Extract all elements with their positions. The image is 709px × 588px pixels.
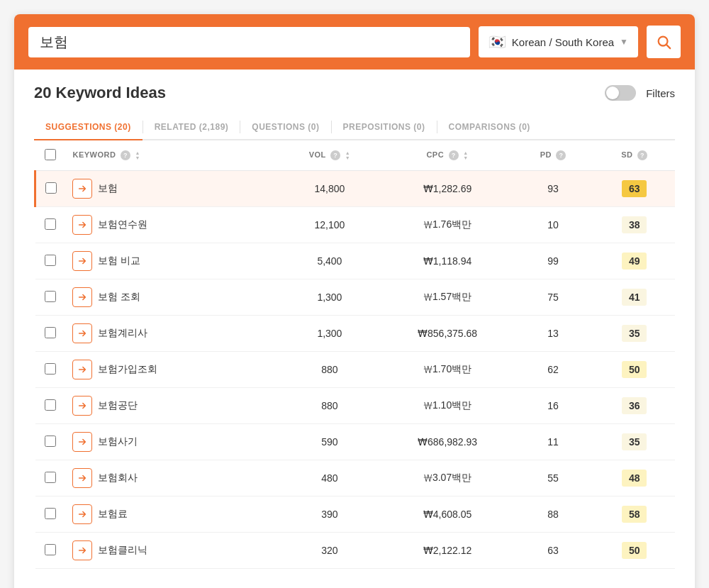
keyword-link-btn-4[interactable] — [72, 323, 92, 343]
row-checkbox-9[interactable] — [45, 508, 56, 519]
vol-sort-icon[interactable]: ▲▼ — [345, 150, 350, 160]
sd-badge-7: 35 — [622, 433, 647, 450]
cpc-cell-6: ₩1.10백만 — [382, 388, 512, 424]
keyword-help-icon: ? — [121, 150, 130, 160]
sd-badge-8: 48 — [622, 470, 647, 487]
row-checkbox-8[interactable] — [45, 472, 56, 483]
row-checkbox-4[interactable] — [45, 327, 56, 338]
sd-badge-5: 50 — [622, 361, 647, 378]
keyword-text-9: 보험료 — [98, 508, 128, 521]
pd-cell-9: 88 — [513, 497, 594, 533]
keyword-text-3: 보험 조회 — [98, 291, 140, 304]
vol-cell-5: 880 — [277, 352, 382, 388]
row-checkbox-cell — [35, 352, 66, 388]
row-checkbox-7[interactable] — [45, 436, 56, 447]
keyword-text-4: 보험계리사 — [98, 327, 147, 340]
keyword-link-btn-1[interactable] — [72, 215, 92, 235]
keyword-text-8: 보험회사 — [98, 472, 138, 484]
keyword-cell-1: 보험연수원 — [65, 207, 277, 243]
header-row: 20 Keyword Ideas Filters — [34, 84, 675, 102]
pd-cell-2: 99 — [513, 243, 594, 279]
search-input[interactable] — [40, 34, 459, 50]
keyword-link-btn-0[interactable] — [72, 179, 92, 199]
search-icon — [656, 34, 671, 50]
tab-related[interactable]: RELATED (2,189) — [143, 115, 240, 140]
sd-badge-1: 38 — [622, 216, 647, 233]
row-checkbox-3[interactable] — [45, 291, 56, 302]
pd-cell-10: 63 — [513, 533, 594, 569]
pd-cell-1: 10 — [513, 207, 594, 243]
table-row: 보험 조회 1,300 ₩1.57백만 75 41 — [35, 279, 676, 316]
sd-cell-0: 63 — [593, 171, 675, 207]
row-checkbox-cell — [35, 388, 66, 424]
sd-cell-1: 38 — [593, 207, 675, 243]
cpc-cell-10: ₩2,122.12 — [382, 533, 512, 569]
sd-cell-10: 50 — [593, 533, 675, 569]
keyword-link-btn-7[interactable] — [72, 432, 92, 452]
keyword-text-0: 보험 — [98, 182, 118, 195]
table-row: 보험계리사 1,300 ₩856,375.68 13 35 — [35, 316, 676, 352]
row-checkbox-1[interactable] — [45, 218, 56, 230]
pd-cell-5: 62 — [513, 352, 594, 388]
keyword-text-5: 보험가입조회 — [98, 363, 157, 376]
keyword-link-btn-3[interactable] — [72, 287, 92, 307]
pd-col-header: PD ? — [513, 140, 594, 171]
row-checkbox-10[interactable] — [45, 544, 56, 555]
cpc-help-icon: ? — [449, 150, 459, 160]
cpc-cell-1: ₩1.76백만 — [382, 207, 512, 243]
pd-cell-7: 11 — [513, 424, 594, 460]
keyword-link-btn-10[interactable] — [72, 540, 92, 560]
keyword-text-2: 보험 비교 — [98, 255, 140, 267]
keyword-link-btn-9[interactable] — [72, 504, 92, 524]
keyword-link-btn-6[interactable] — [72, 396, 92, 416]
keyword-link-btn-5[interactable] — [72, 360, 92, 379]
row-checkbox-6[interactable] — [45, 399, 56, 411]
keyword-cell-10: 보험클리닉 — [65, 533, 277, 569]
cpc-sort-icon[interactable]: ▲▼ — [463, 150, 468, 160]
keyword-link-btn-2[interactable] — [72, 251, 92, 271]
filters-toggle[interactable] — [605, 85, 636, 101]
sd-cell-6: 36 — [593, 388, 675, 424]
row-checkbox-5[interactable] — [45, 363, 56, 375]
keyword-count: 20 Keyword Ideas — [34, 84, 166, 102]
keyword-sort-icon[interactable]: ▲▼ — [135, 150, 140, 160]
vol-cell-0: 14,800 — [277, 171, 382, 207]
table-row: 보험공단 880 ₩1.10백만 16 36 — [35, 388, 676, 424]
cpc-cell-4: ₩856,375.68 — [382, 316, 512, 352]
sd-cell-2: 49 — [593, 243, 675, 279]
table-row: 보험 14,800 ₩1,282.69 93 63 — [35, 171, 676, 207]
sd-badge-0: 63 — [622, 180, 647, 197]
vol-col-header: VOL ? ▲▼ — [277, 140, 382, 171]
tab-prepositions[interactable]: PREPOSITIONS (0) — [332, 115, 437, 140]
tab-suggestions[interactable]: SUGGESTIONS (20) — [34, 115, 143, 140]
pd-cell-8: 55 — [513, 460, 594, 497]
search-input-wrapper — [28, 27, 470, 57]
pd-cell-6: 16 — [513, 388, 594, 424]
vol-cell-9: 390 — [277, 497, 382, 533]
keyword-text-7: 보험사기 — [98, 436, 138, 448]
sd-cell-8: 48 — [593, 460, 675, 497]
tab-questions[interactable]: QUESTIONS (0) — [240, 115, 330, 140]
search-button[interactable] — [647, 26, 681, 58]
row-checkbox-2[interactable] — [45, 255, 56, 266]
table-row: 보험 비교 5,400 ₩1,118.94 99 49 — [35, 243, 676, 279]
table-row: 보험가입조회 880 ₩1.70백만 62 50 — [35, 352, 676, 388]
select-all-checkbox[interactable] — [45, 149, 56, 160]
keyword-cell-4: 보험계리사 — [65, 316, 277, 352]
tab-comparisons[interactable]: COMPARISONS (0) — [437, 115, 542, 140]
row-checkbox-0[interactable] — [45, 182, 57, 194]
keyword-cell-9: 보험료 — [65, 497, 277, 533]
select-all-header — [35, 140, 66, 171]
sd-badge-4: 35 — [622, 325, 647, 342]
sd-col-header: SD ? — [593, 140, 675, 171]
sd-badge-2: 49 — [622, 253, 647, 270]
table-row: 보험료 390 ₩4,608.05 88 58 — [35, 497, 676, 533]
vol-cell-6: 880 — [277, 388, 382, 424]
keyword-link-btn-8[interactable] — [72, 468, 92, 488]
sd-cell-3: 41 — [593, 279, 675, 316]
row-checkbox-cell — [35, 171, 66, 207]
row-checkbox-cell — [35, 460, 66, 497]
pd-cell-4: 13 — [513, 316, 594, 352]
pd-help-icon: ? — [556, 150, 566, 160]
language-selector[interactable]: 🇰🇷 Korean / South Korea ▼ — [479, 26, 638, 57]
